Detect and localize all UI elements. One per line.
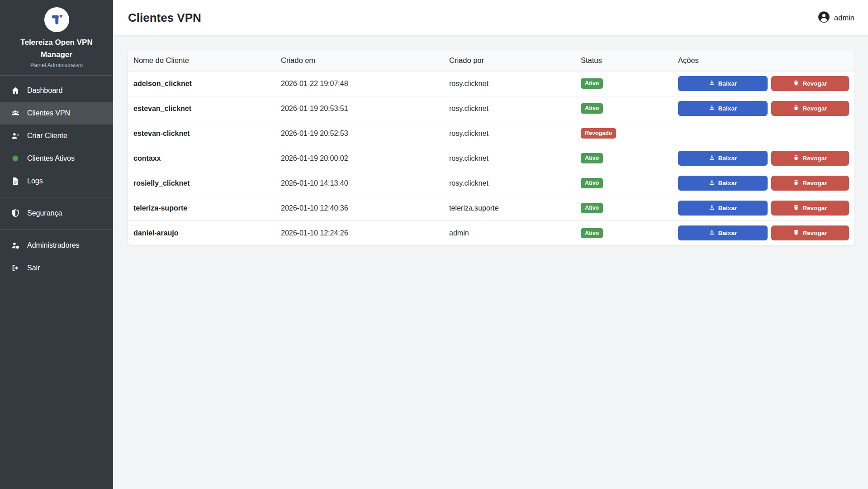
user-menu[interactable]: admin <box>818 11 854 25</box>
actions-cell: BaixarRevogar <box>673 171 854 196</box>
sidebar-item-clientes-vpn[interactable]: Clientes VPN <box>0 102 113 125</box>
created-by-cell: rosy.clicknet <box>444 71 575 96</box>
trash-icon <box>793 204 799 212</box>
table-row: daniel-araujo2026-01-10 12:24:26adminAti… <box>128 221 854 245</box>
user-name: admin <box>834 14 854 22</box>
revoke-button[interactable]: Revogar <box>771 151 849 166</box>
revoke-button-label: Revogar <box>802 105 827 112</box>
download-button-label: Baixar <box>718 180 737 187</box>
brand-logo-icon <box>44 7 69 32</box>
created-by-cell: rosy.clicknet <box>444 121 575 146</box>
download-button[interactable]: Baixar <box>678 101 768 116</box>
brand-subtitle: Painel Administrativo <box>5 62 108 68</box>
revoke-button[interactable]: Revogar <box>771 76 849 91</box>
sidebar-item-dashboard[interactable]: Dashboard <box>0 79 113 102</box>
client-name-cell: teleriza-suporte <box>128 196 275 221</box>
revoke-button[interactable]: Revogar <box>771 225 849 240</box>
sidebar-item-seguranca[interactable]: Segurança <box>0 202 113 225</box>
home-icon <box>10 86 20 95</box>
status-cell: Ativo <box>575 146 673 171</box>
row-actions: BaixarRevogar <box>678 76 849 91</box>
users-icon <box>10 109 20 118</box>
status-cell: Ativo <box>575 196 673 221</box>
revoke-button[interactable]: Revogar <box>771 101 849 116</box>
sidebar-item-label: Logs <box>27 177 43 185</box>
trash-icon <box>793 80 799 87</box>
actions-cell: BaixarRevogar <box>673 146 854 171</box>
trash-icon <box>793 105 799 112</box>
client-name: teleriza-suporte <box>133 204 187 212</box>
logout-icon <box>10 264 20 273</box>
logs-icon <box>10 177 20 186</box>
status-badge: Ativo <box>581 203 603 213</box>
status-cell: Ativo <box>575 221 673 245</box>
actions-cell <box>673 121 854 146</box>
user-avatar-icon <box>818 11 830 25</box>
created-by-cell: teleriza.suporte <box>444 196 575 221</box>
download-icon <box>709 105 715 112</box>
sidebar: Telereiza Open VPN Manager Painel Admini… <box>0 0 113 489</box>
trash-icon <box>793 154 799 162</box>
sidebar-item-criar-cliente[interactable]: Criar Cliente <box>0 125 113 147</box>
sidebar-item-label: Segurança <box>27 209 62 217</box>
status-badge: Ativo <box>581 153 603 163</box>
user-shield-icon <box>10 241 20 250</box>
revoke-button[interactable]: Revogar <box>771 201 849 216</box>
sidebar-item-logs[interactable]: Logs <box>0 170 113 192</box>
client-name-cell: contaxx <box>128 146 275 171</box>
row-actions: BaixarRevogar <box>678 176 849 191</box>
sidebar-item-label: Clientes Ativos <box>27 154 75 163</box>
table-header-row: Nome do ClienteCriado emCriado porStatus… <box>128 50 854 71</box>
status-badge: Ativo <box>581 103 603 114</box>
download-button[interactable]: Baixar <box>678 225 768 240</box>
download-icon <box>709 229 715 237</box>
trash-icon <box>793 179 799 187</box>
topbar: Clientes VPN admin <box>113 0 868 36</box>
shield-icon <box>10 209 20 218</box>
sidebar-item-clientes-ativos[interactable]: Clientes Ativos <box>0 147 113 170</box>
created-at-cell: 2026-01-19 20:52:53 <box>275 121 444 146</box>
page-title: Clientes VPN <box>128 11 201 25</box>
status-badge: Ativo <box>581 228 603 239</box>
sidebar-item-sair[interactable]: Sair <box>0 257 113 279</box>
table-row: teleriza-suporte2026-01-10 12:40:36teler… <box>128 196 854 221</box>
sidebar-nav: DashboardClientes VPNCriar ClienteClient… <box>0 76 113 279</box>
actions-cell: BaixarRevogar <box>673 196 854 221</box>
actions-cell: BaixarRevogar <box>673 71 854 96</box>
download-icon <box>709 204 715 212</box>
download-icon <box>709 179 715 187</box>
created-by-cell: admin <box>444 221 575 245</box>
download-button[interactable]: Baixar <box>678 201 768 216</box>
clients-table: Nome do ClienteCriado emCriado porStatus… <box>128 50 854 245</box>
brand-title: Telereiza Open VPN Manager <box>5 36 108 61</box>
created-at-cell: 2026-01-22 19:07:48 <box>275 71 444 96</box>
sidebar-item-label: Dashboard <box>27 86 62 95</box>
actions-cell: BaixarRevogar <box>673 221 854 245</box>
client-name-cell: rosielly_clicknet <box>128 171 275 196</box>
revoke-button-label: Revogar <box>802 80 827 87</box>
revoke-button-label: Revogar <box>802 230 827 236</box>
row-actions: BaixarRevogar <box>678 101 849 116</box>
download-button-label: Baixar <box>718 230 737 236</box>
revoke-button-label: Revogar <box>802 180 827 187</box>
client-name-cell: daniel-araujo <box>128 221 275 245</box>
download-button-label: Baixar <box>718 105 737 112</box>
created-at-cell: 2026-01-19 20:00:02 <box>275 146 444 171</box>
sidebar-item-administradores[interactable]: Administradores <box>0 234 113 257</box>
download-button[interactable]: Baixar <box>678 76 768 91</box>
client-name: adelson_clicknet <box>133 80 192 87</box>
client-name-cell: estevan_clicknet <box>128 96 275 121</box>
client-name: estevan-clicknet <box>133 129 190 137</box>
sidebar-item-label: Criar Cliente <box>27 132 67 140</box>
download-button[interactable]: Baixar <box>678 151 768 166</box>
status-badge: Revogado <box>581 128 616 139</box>
created-by-cell: rosy.clicknet <box>444 96 575 121</box>
revoke-button[interactable]: Revogar <box>771 176 849 191</box>
table-row: estevan_clicknet2026-01-19 20:53:51rosy.… <box>128 96 854 121</box>
download-icon <box>709 80 715 87</box>
download-button[interactable]: Baixar <box>678 176 768 191</box>
client-name-cell: adelson_clicknet <box>128 71 275 96</box>
table-row: rosielly_clicknet2026-01-10 14:13:40rosy… <box>128 171 854 196</box>
sidebar-item-label: Clientes VPN <box>27 109 70 117</box>
client-name: rosielly_clicknet <box>133 179 190 187</box>
